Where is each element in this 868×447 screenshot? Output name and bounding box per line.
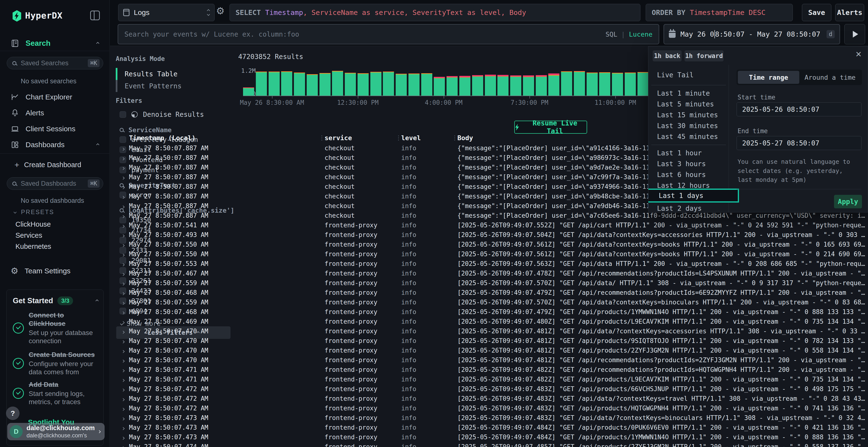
row-expand-icon[interactable] xyxy=(122,153,124,163)
row-expand-icon[interactable] xyxy=(122,201,124,211)
histogram-bar[interactable] xyxy=(421,73,432,96)
select-query-editor[interactable]: SELECT Timestamp, ServiceName as service… xyxy=(229,4,641,21)
histogram-bar[interactable] xyxy=(294,72,305,96)
table-row[interactable]: May 27 8:50:07.493 AMfrontend-proxyinfo[… xyxy=(110,230,868,240)
resume-live-tail-button[interactable]: Resume Live Tail xyxy=(514,121,587,134)
row-expand-icon[interactable] xyxy=(122,288,124,298)
sidebar-collapse-icon[interactable] xyxy=(90,10,100,20)
presets-toggle[interactable]: PRESETS xyxy=(14,209,54,215)
histogram-bar[interactable] xyxy=(396,74,407,96)
histogram-bar[interactable] xyxy=(345,73,356,96)
histogram-bar[interactable] xyxy=(446,76,458,96)
column-resize-handle[interactable]: ⋮ xyxy=(452,134,458,141)
saved-dashboards-input[interactable]: Saved Dashboards ⌘K xyxy=(7,177,103,190)
histogram-bar[interactable] xyxy=(281,71,292,96)
histogram-bar[interactable] xyxy=(319,73,331,96)
row-expand-icon[interactable] xyxy=(122,240,124,249)
sidebar-preset-clickhouse[interactable]: ClickHouse xyxy=(16,219,51,230)
events-histogram[interactable] xyxy=(243,71,649,96)
language-toggle-lucene[interactable]: Lucene xyxy=(629,31,652,38)
table-row[interactable]: May 27 8:50:07.471 AMfrontend-proxyinfo[… xyxy=(110,375,868,384)
save-button[interactable]: Save xyxy=(802,4,831,21)
row-expand-icon[interactable] xyxy=(122,211,124,220)
row-expand-icon[interactable] xyxy=(122,278,124,288)
time-forward-button[interactable]: 1h forward xyxy=(684,50,723,61)
table-row[interactable]: May 27 8:50:07.470 AMfrontend-proxyinfo[… xyxy=(110,355,868,365)
sidebar-preset-services[interactable]: Services xyxy=(16,230,42,241)
quick-range-1[interactable]: Last 1 minute xyxy=(657,88,710,99)
row-expand-icon[interactable] xyxy=(122,375,124,384)
histogram-bar[interactable] xyxy=(574,71,585,96)
row-expand-icon[interactable] xyxy=(122,220,124,230)
search-input[interactable] xyxy=(124,30,606,38)
histogram-bar[interactable] xyxy=(523,75,534,96)
row-expand-icon[interactable] xyxy=(122,403,124,413)
quick-range-3[interactable]: Last 15 minutes xyxy=(657,110,718,120)
sidebar-item-dashboards[interactable]: Dashboards xyxy=(0,137,110,153)
col-header-service[interactable]: service xyxy=(324,134,352,143)
row-expand-icon[interactable] xyxy=(122,259,124,269)
create-dashboard-button[interactable]: + Create Dashboard xyxy=(0,159,110,171)
analysis-mode-event-patterns[interactable]: Event Patterns xyxy=(116,80,222,92)
histogram-bar[interactable] xyxy=(256,72,267,96)
table-row[interactable]: May 27 8:50:07.550 AMfrontend-proxyinfo[… xyxy=(110,249,868,259)
table-row[interactable]: May 27 8:50:07.468 AMfrontend-proxyinfo[… xyxy=(110,307,868,317)
language-toggle-sql[interactable]: SQL xyxy=(606,31,617,38)
histogram-bar[interactable] xyxy=(434,77,445,96)
end-time-input[interactable]: 2025-05-27 08:50:07 xyxy=(737,136,862,150)
quick-range-2[interactable]: Last 5 minutes xyxy=(657,99,714,109)
quick-range-hours-2[interactable]: Last 3 hours xyxy=(657,159,706,169)
histogram-bar[interactable] xyxy=(269,72,280,96)
sidebar-item-search[interactable]: Search xyxy=(0,37,110,50)
tab-around-a-time[interactable]: Around a time xyxy=(799,71,861,84)
row-expand-icon[interactable] xyxy=(122,182,124,192)
histogram-bar[interactable] xyxy=(243,88,254,96)
get-started-step[interactable]: Add DataStart sending logs, metrics, or … xyxy=(13,380,100,406)
row-expand-icon[interactable] xyxy=(122,192,124,201)
col-header-level[interactable]: level xyxy=(401,134,421,143)
table-row[interactable]: May 27 8:50:07.469 AMfrontend-proxyinfo[… xyxy=(110,317,868,326)
row-expand-icon[interactable] xyxy=(122,163,124,172)
table-row[interactable]: May 27 8:50:07.474 AMfrontend-proxyinfo[… xyxy=(110,442,868,447)
histogram-bar[interactable] xyxy=(638,72,649,96)
chevron-up-icon[interactable] xyxy=(95,299,99,303)
sidebar-item-team-settings[interactable]: ⚙ Team Settings xyxy=(0,264,110,278)
table-row[interactable]: May 27 8:50:07.473 AMfrontend-proxyinfo[… xyxy=(110,423,868,432)
checkbox[interactable] xyxy=(120,136,126,143)
order-by-editor[interactable]: ORDER BY TimestampTime DESC xyxy=(646,4,793,21)
event-search-bar[interactable]: SQL | Lucene xyxy=(118,24,659,44)
table-row[interactable]: May 27 8:50:07.473 AMfrontend-proxyinfo[… xyxy=(110,432,868,442)
row-expand-icon[interactable] xyxy=(122,317,124,326)
apply-button[interactable]: Apply xyxy=(834,195,862,208)
row-expand-icon[interactable] xyxy=(122,384,124,394)
row-expand-icon[interactable] xyxy=(122,442,124,447)
quick-range-last-2-days[interactable]: Last 2 days xyxy=(657,203,702,212)
sidebar-item-chart-explorer[interactable]: Chart Explorer xyxy=(0,89,110,105)
table-row[interactable]: May 27 8:50:07.467 AMfrontend-proxyinfo[… xyxy=(110,269,868,278)
histogram-bar[interactable] xyxy=(561,71,572,96)
row-expand-icon[interactable] xyxy=(122,249,124,259)
close-icon[interactable]: × xyxy=(856,48,862,60)
search-icon[interactable] xyxy=(120,128,124,132)
histogram-bar[interactable] xyxy=(472,75,483,96)
time-back-button[interactable]: 1h back xyxy=(653,50,682,61)
start-time-input[interactable]: 2025-05-26 08:50:07 xyxy=(737,102,862,116)
help-button[interactable]: ? xyxy=(6,407,20,420)
histogram-bar[interactable] xyxy=(459,76,470,96)
row-expand-icon[interactable] xyxy=(122,143,124,153)
table-row[interactable]: May 27 8:50:07.559 AMfrontend-proxyinfo[… xyxy=(110,298,868,307)
tab-time-range[interactable]: Time range xyxy=(738,71,799,84)
histogram-bar[interactable] xyxy=(383,72,394,96)
row-expand-icon[interactable] xyxy=(122,298,124,307)
row-expand-icon[interactable] xyxy=(122,269,124,278)
col-header-body[interactable]: Body xyxy=(457,134,473,143)
row-expand-icon[interactable] xyxy=(122,413,124,423)
quick-range-hours-3[interactable]: Last 6 hours xyxy=(657,169,706,180)
histogram-bar[interactable] xyxy=(510,75,521,96)
saved-searches-input[interactable]: Saved Searches ⌘K xyxy=(7,57,103,69)
column-resize-handle[interactable]: ⋮ xyxy=(319,134,325,141)
table-row[interactable]: May 27 8:50:07.473 AMfrontend-proxyinfo[… xyxy=(110,413,868,423)
table-row[interactable]: May 27 8:50:07.553 AMfrontend-proxyinfo[… xyxy=(110,259,868,269)
table-row[interactable]: May 27 8:50:07.472 AMfrontend-proxyinfo[… xyxy=(110,384,868,394)
sidebar-preset-kubernetes[interactable]: Kubernetes xyxy=(16,241,51,252)
